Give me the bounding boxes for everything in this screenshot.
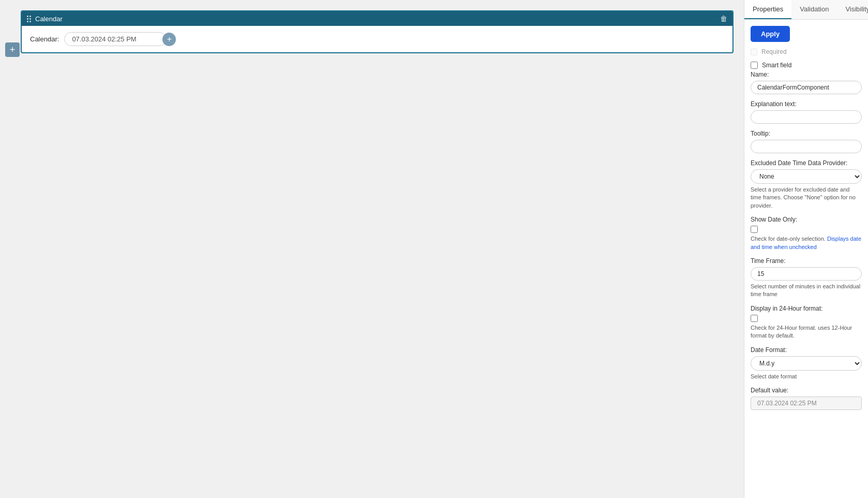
tab-properties[interactable]: Properties: [744, 0, 791, 19]
show-date-only-checkbox-row: [751, 226, 862, 233]
show-date-only-help: Check for date-only selection. Displays …: [751, 235, 862, 251]
calendar-widget-header: Calendar 🗑: [22, 11, 732, 26]
time-frame-input[interactable]: [751, 267, 862, 281]
excluded-datetime-select[interactable]: None: [751, 169, 862, 184]
display-24hr-label: Display in 24-Hour format:: [751, 305, 862, 312]
drag-icon: [27, 16, 31, 22]
calendar-add-button[interactable]: +: [162, 33, 176, 46]
calendar-widget-body: Calendar: +: [22, 26, 732, 52]
widget-title: Calendar: [35, 15, 63, 23]
display-24hr-checkbox-row: [751, 315, 862, 322]
panel-content: Apply Required Smart field Name: Explana…: [744, 20, 868, 498]
default-value-label: Default value:: [751, 387, 862, 394]
required-label: Required: [761, 48, 787, 55]
time-frame-help: Select number of minutes in each individ…: [751, 283, 862, 299]
default-value-input[interactable]: [751, 397, 862, 410]
show-date-only-checkbox[interactable]: [751, 226, 758, 233]
date-format-select[interactable]: M.d.y: [751, 356, 862, 371]
name-label: Name:: [751, 71, 862, 78]
smart-field-row: Smart field: [751, 62, 862, 69]
calendar-date-input[interactable]: [64, 32, 167, 46]
calendar-input-wrapper: +: [64, 32, 176, 46]
tab-visibility[interactable]: Visibility: [837, 0, 868, 19]
excluded-datetime-help: Select a provider for excluded date and …: [751, 186, 862, 210]
smart-field-label: Smart field: [762, 62, 791, 69]
date-format-group: Date Format: M.d.y Select date format: [751, 346, 862, 380]
display-24hr-help: Check for 24-Hour format. uses 12-Hour f…: [751, 324, 862, 340]
calendar-field-label: Calendar:: [30, 35, 59, 43]
tab-validation[interactable]: Validation: [791, 0, 837, 19]
excluded-datetime-group: Excluded Date Time Data Provider: None S…: [751, 159, 862, 210]
required-row: Required: [751, 48, 862, 55]
name-group: Name:: [751, 71, 862, 94]
explanation-text-group: Explanation text:: [751, 100, 862, 124]
show-date-only-group: Show Date Only: Check for date-only sele…: [751, 216, 862, 251]
explanation-text-label: Explanation text:: [751, 100, 862, 108]
time-frame-group: Time Frame: Select number of minutes in …: [751, 257, 862, 299]
panel-tabs: Properties Validation Visibility: [744, 0, 868, 20]
display-24hr-group: Display in 24-Hour format: Check for 24-…: [751, 305, 862, 340]
delete-icon[interactable]: 🗑: [720, 14, 727, 23]
excluded-datetime-label: Excluded Date Time Data Provider:: [751, 159, 862, 167]
right-panel: Properties Validation Visibility Apply R…: [744, 0, 868, 498]
add-block-button[interactable]: +: [5, 42, 20, 57]
main-canvas: + Calendar 🗑 Calendar: +: [0, 0, 744, 498]
show-date-only-label: Show Date Only:: [751, 216, 862, 223]
smart-field-checkbox[interactable]: [751, 62, 758, 69]
default-value-group: Default value:: [751, 387, 862, 410]
date-format-label: Date Format:: [751, 346, 862, 354]
date-format-help: Select date format: [751, 373, 862, 380]
time-frame-label: Time Frame:: [751, 257, 862, 265]
apply-button[interactable]: Apply: [751, 26, 790, 42]
required-checkbox[interactable]: [751, 49, 757, 55]
display-24hr-checkbox[interactable]: [751, 315, 758, 322]
name-input[interactable]: [751, 81, 862, 94]
header-left: Calendar: [27, 15, 63, 23]
tooltip-label: Tooltip:: [751, 130, 862, 137]
tooltip-group: Tooltip:: [751, 130, 862, 153]
calendar-widget: Calendar 🗑 Calendar: +: [21, 10, 734, 53]
show-date-only-link[interactable]: Displays date and time when unchecked: [751, 236, 861, 250]
explanation-text-input[interactable]: [751, 110, 862, 124]
tooltip-input[interactable]: [751, 140, 862, 153]
